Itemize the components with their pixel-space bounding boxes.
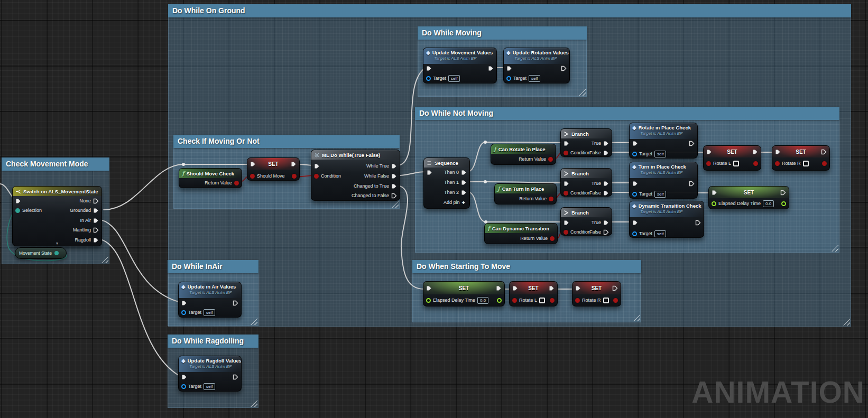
return-value-pin[interactable] <box>548 157 553 162</box>
condition-pin[interactable] <box>564 230 568 235</box>
exec-out-pin[interactable] <box>233 374 238 380</box>
exec-in-pin[interactable] <box>512 285 518 291</box>
bool-in-pin[interactable] <box>575 298 580 303</box>
node-branch-dynamic[interactable]: Branch Condition True False <box>560 207 612 236</box>
exec-in-pin[interactable] <box>564 220 569 226</box>
node-set-elapsed-delay-time[interactable]: SET Elapsed Delay Time0.0 <box>708 186 789 209</box>
exec-out-pin[interactable] <box>603 150 609 156</box>
bool-out-pin[interactable] <box>613 298 618 303</box>
blueprint-graph[interactable]: Do While On Ground Check Movement Mode C… <box>0 0 868 418</box>
target-pin[interactable] <box>181 310 186 315</box>
node-set-should-move[interactable]: SET Should Move <box>247 157 300 181</box>
bool-in-pin[interactable] <box>512 298 517 303</box>
target-pin[interactable] <box>632 192 637 197</box>
exec-in-pin[interactable] <box>564 141 569 146</box>
target-pin[interactable] <box>426 76 431 81</box>
bool-out-pin[interactable] <box>292 174 297 179</box>
float-in-pin[interactable] <box>426 298 431 303</box>
exec-in-pin[interactable] <box>632 181 638 187</box>
exec-in-pin[interactable] <box>712 190 717 196</box>
exec-out-pin[interactable] <box>603 190 609 196</box>
exec-out-pin[interactable] <box>549 285 555 291</box>
node-set-rotate-r-start[interactable]: SET Rotate R <box>572 281 621 306</box>
target-value-box[interactable]: self <box>448 75 460 82</box>
exec-out-pin[interactable] <box>291 161 297 167</box>
exec-in-pin[interactable] <box>427 170 432 175</box>
node-set-rotate-l-start[interactable]: SET Rotate L <box>509 281 558 306</box>
node-can-rotate-in-place[interactable]: ƒCan Rotate in Place Return Value <box>491 144 556 165</box>
exec-in-pin[interactable] <box>426 66 432 71</box>
bool-checkbox[interactable] <box>603 298 609 303</box>
bool-checkbox[interactable] <box>733 161 739 166</box>
float-out-pin[interactable] <box>497 298 502 303</box>
target-pin[interactable] <box>632 231 637 236</box>
exec-in-pin[interactable] <box>250 161 256 167</box>
float-in-pin[interactable] <box>712 201 716 206</box>
node-set-rotate-r[interactable]: SET Rotate R <box>772 145 830 171</box>
node-update-rotation-values[interactable]: ◈Update Rotation Values Target is ALS An… <box>503 48 570 83</box>
selection-pin[interactable] <box>15 208 20 213</box>
exec-in-pin[interactable] <box>181 300 187 306</box>
exec-out-pin[interactable] <box>821 149 827 155</box>
float-out-pin[interactable] <box>781 201 786 206</box>
exec-out-pin[interactable] <box>603 181 609 187</box>
exec-out-pin[interactable] <box>689 181 695 187</box>
node-movement-state-variable[interactable]: Movement State <box>15 247 67 259</box>
exec-in-pin[interactable] <box>632 141 638 146</box>
add-pin-button[interactable]: Add pin+ <box>424 198 469 207</box>
target-value-box[interactable]: self <box>529 75 540 82</box>
exec-out-pin[interactable] <box>233 300 238 306</box>
target-pin[interactable] <box>181 384 186 389</box>
exec-in-pin[interactable] <box>564 181 569 187</box>
node-rotate-in-place-check[interactable]: ◈Rotate in Place Check Target is ALS Ani… <box>629 123 698 159</box>
exec-out-pin[interactable] <box>612 285 618 291</box>
node-can-dynamic-transition[interactable]: ƒCan Dynamic Transition Return Value <box>484 223 558 244</box>
variable-out-pin[interactable] <box>54 251 59 255</box>
bool-in-pin[interactable] <box>706 161 711 166</box>
exec-out-pin[interactable] <box>391 163 397 169</box>
bool-checkbox[interactable] <box>539 298 545 303</box>
exec-out-pin[interactable] <box>391 183 397 189</box>
condition-pin[interactable] <box>314 174 319 179</box>
node-update-ragdoll-values[interactable]: ◈Update Ragdoll Values Target is ALS Ani… <box>178 356 242 392</box>
target-value-box[interactable]: self <box>204 383 215 390</box>
bool-out-pin[interactable] <box>753 161 758 166</box>
exec-in-pin[interactable] <box>426 285 432 291</box>
exec-out-pin[interactable] <box>461 170 467 175</box>
exec-out-pin[interactable] <box>496 285 502 291</box>
return-value-pin[interactable] <box>234 181 239 185</box>
bool-out-pin[interactable] <box>550 298 555 303</box>
exec-out-pin[interactable] <box>93 208 99 213</box>
exec-out-pin[interactable] <box>603 229 609 235</box>
exec-out-pin[interactable] <box>561 66 567 71</box>
node-set-elapsed-delay-time-start[interactable]: SET Elapsed Delay Time0.0 <box>423 281 505 306</box>
float-value-box[interactable]: 0.0 <box>477 297 488 304</box>
exec-in-pin[interactable] <box>181 374 187 380</box>
exec-out-pin[interactable] <box>391 173 397 179</box>
target-value-box[interactable]: self <box>654 230 666 237</box>
exec-out-pin[interactable] <box>93 227 99 233</box>
node-switch-on-als-movementstate[interactable]: Switch on ALS_MovementState Selection No… <box>12 186 102 246</box>
exec-in-pin[interactable] <box>314 163 320 169</box>
exec-out-pin[interactable] <box>695 220 701 226</box>
exec-out-pin[interactable] <box>689 141 695 146</box>
condition-pin[interactable] <box>564 191 568 196</box>
bool-in-pin[interactable] <box>250 174 255 179</box>
return-value-pin[interactable] <box>549 197 553 201</box>
exec-out-pin[interactable] <box>461 180 467 185</box>
exec-out-pin[interactable] <box>752 149 758 155</box>
target-value-box[interactable]: self <box>654 151 666 157</box>
node-branch-rotate[interactable]: Branch Condition True False <box>560 128 612 157</box>
exec-out-pin[interactable] <box>603 220 609 226</box>
node-dynamic-transition-check[interactable]: ◈Dynamic Transition Check Target is ALS … <box>629 201 704 238</box>
node-update-movement-values[interactable]: ◈Update Movement Values Target is ALS An… <box>423 48 497 83</box>
exec-out-pin[interactable] <box>93 198 99 204</box>
exec-out-pin[interactable] <box>93 218 99 224</box>
node-turn-in-place-check[interactable]: ◈Turn in Place Check Target is ALS Anim … <box>629 162 698 199</box>
bool-out-pin[interactable] <box>822 161 827 166</box>
node-ml-do-while[interactable]: ML Do While(True False) Condition While … <box>311 150 400 201</box>
condition-pin[interactable] <box>564 151 568 155</box>
target-pin[interactable] <box>506 76 511 81</box>
return-value-pin[interactable] <box>550 236 555 241</box>
node-can-turn-in-place[interactable]: ƒCan Turn in Place Return Value <box>494 183 557 205</box>
